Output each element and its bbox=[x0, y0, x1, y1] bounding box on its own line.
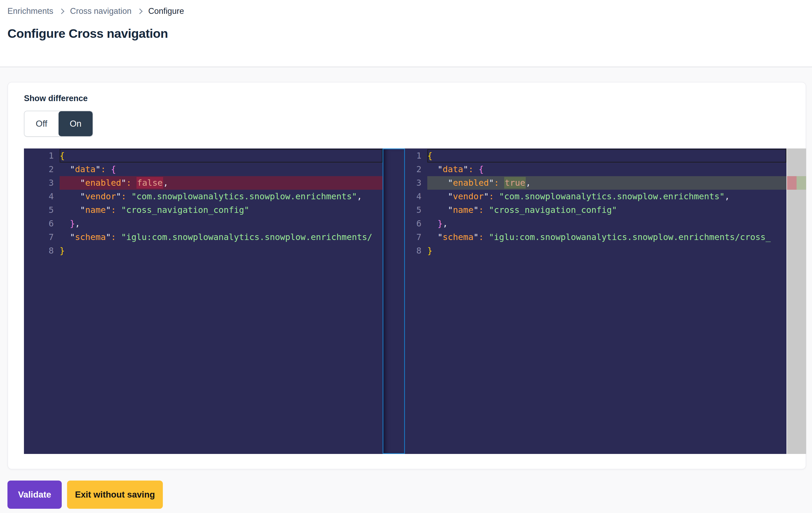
code-line: "enabled": true, bbox=[427, 176, 786, 190]
overview-scrollbar[interactable] bbox=[787, 148, 806, 454]
overview-deleted-mark bbox=[787, 176, 796, 190]
code-line: "name": "cross_navigation_config" bbox=[60, 203, 383, 217]
breadcrumb-configure: Configure bbox=[148, 6, 184, 16]
code-line: "data": { bbox=[60, 163, 383, 176]
diff-right-editor[interactable]: 12345678 { "data": { "enabled": true, "v… bbox=[405, 148, 786, 454]
line-number-gutter: 12345678 bbox=[24, 148, 60, 454]
code-area-left: { "data": { "enabled": false, "vendor": … bbox=[60, 148, 383, 454]
show-difference-label: Show difference bbox=[24, 94, 88, 103]
chevron-right-icon bbox=[59, 8, 64, 14]
line-number: 5 bbox=[405, 203, 422, 217]
overview-inserted-mark bbox=[796, 176, 806, 190]
line-number: 2 bbox=[24, 163, 54, 176]
code-line: } bbox=[427, 244, 786, 258]
exit-without-saving-button[interactable]: Exit without saving bbox=[67, 481, 163, 509]
code-line: }, bbox=[60, 217, 383, 230]
chevron-right-icon bbox=[137, 8, 143, 14]
line-number: 1 bbox=[24, 149, 54, 163]
breadcrumb: Enrichments Cross navigation Configure bbox=[7, 6, 184, 16]
line-number: 8 bbox=[24, 244, 54, 258]
line-number: 3 bbox=[405, 176, 422, 190]
line-number: 2 bbox=[405, 163, 422, 176]
code-line: "schema": "iglu:com.snowplowanalytics.sn… bbox=[60, 230, 383, 244]
page-title: Configure Cross navigation bbox=[7, 26, 168, 41]
line-number: 7 bbox=[405, 230, 422, 244]
line-number: 4 bbox=[405, 190, 422, 203]
diff-connector-gap bbox=[383, 148, 405, 454]
footer-actions: Validate Exit without saving bbox=[7, 481, 163, 509]
code-line: "vendor": "com.snowplowanalytics.snowplo… bbox=[427, 190, 786, 203]
code-line: "enabled": false, bbox=[60, 176, 383, 190]
line-number: 4 bbox=[24, 190, 54, 203]
editor-card: Show difference Off On 12345678 { "data"… bbox=[7, 82, 806, 469]
code-line: }, bbox=[427, 217, 786, 230]
breadcrumb-cross-navigation[interactable]: Cross navigation bbox=[70, 6, 132, 16]
diff-merge-view: 12345678 { "data": { "enabled": false, "… bbox=[24, 148, 806, 454]
code-line: { bbox=[427, 149, 786, 163]
diff-left-editor[interactable]: 12345678 { "data": { "enabled": false, "… bbox=[24, 148, 383, 454]
line-number: 6 bbox=[405, 217, 422, 230]
line-number: 6 bbox=[24, 217, 54, 230]
line-number: 5 bbox=[24, 203, 54, 217]
code-line: "data": { bbox=[427, 163, 786, 176]
line-number: 7 bbox=[24, 230, 54, 244]
configure-enrichment-page: Enrichments Cross navigation Configure C… bbox=[0, 0, 812, 513]
code-area-right: { "data": { "enabled": true, "vendor": "… bbox=[427, 148, 786, 454]
toggle-off-button[interactable]: Off bbox=[25, 111, 59, 136]
breadcrumb-enrichments[interactable]: Enrichments bbox=[7, 6, 53, 16]
toggle-on-button[interactable]: On bbox=[59, 111, 93, 136]
code-line: "schema": "iglu:com.snowplowanalytics.sn… bbox=[427, 230, 786, 244]
code-line: { bbox=[60, 149, 383, 163]
code-line: "vendor": "com.snowplowanalytics.snowplo… bbox=[60, 190, 383, 203]
show-difference-toggle: Off On bbox=[24, 111, 93, 137]
line-number: 8 bbox=[405, 244, 422, 258]
line-number-gutter: 12345678 bbox=[405, 148, 427, 454]
line-number: 1 bbox=[405, 149, 422, 163]
code-line: "name": "cross_navigation_config" bbox=[427, 203, 786, 217]
code-line: } bbox=[60, 244, 383, 258]
validate-button[interactable]: Validate bbox=[7, 481, 62, 509]
line-number: 3 bbox=[24, 176, 54, 190]
